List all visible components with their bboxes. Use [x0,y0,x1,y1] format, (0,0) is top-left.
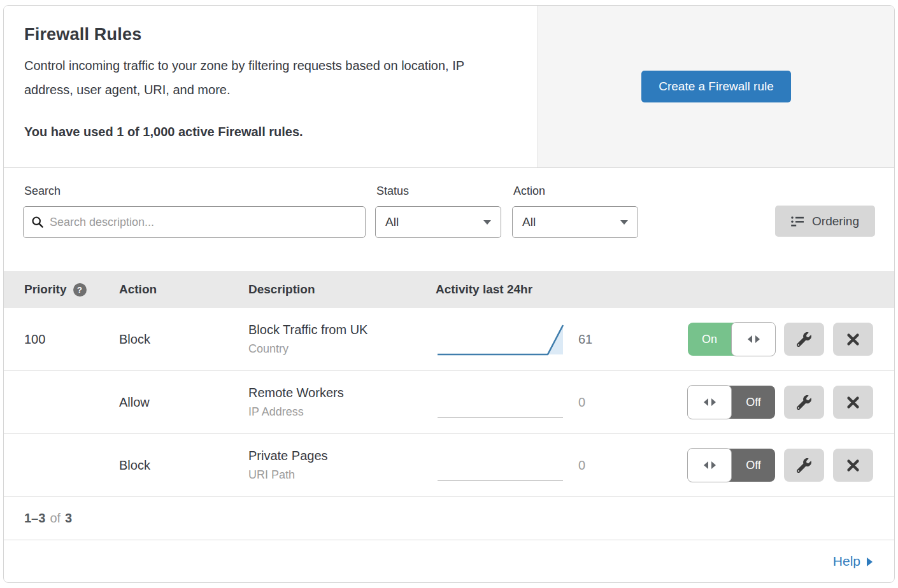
edit-rule-button[interactable] [784,386,824,419]
status-select[interactable]: All [375,206,501,238]
rule-description: Private Pages [248,449,436,463]
action-label: Action [513,185,638,198]
column-action: Action [119,283,157,296]
column-activity: Activity last 24hr [436,283,532,297]
drag-handle-icon[interactable] [731,322,776,356]
delete-rule-button[interactable] [833,323,873,356]
status-select-value: All [385,215,399,229]
search-label: Search [24,185,366,198]
activity-count: 0 [578,458,585,472]
wrench-icon [797,458,811,473]
rule-priority: 100 [24,332,45,347]
toggle-state-label: On [688,323,731,356]
table-row: Allow Remote Workers IP Address 0 Off [4,371,894,434]
toggle-state-label: Off [732,386,775,419]
delete-rule-button[interactable] [833,386,873,419]
rule-type: IP Address [248,405,436,419]
wrench-icon [797,395,811,410]
help-link-label: Help [833,554,860,569]
toggle-state-label: Off [732,449,775,482]
status-label: Status [376,185,501,198]
table-header: Priority ? Action Description Activity l… [4,271,894,308]
delete-rule-button[interactable] [833,449,873,482]
rule-action: Allow [119,395,150,409]
pagination-bar: 1–3 of 3 [4,497,894,540]
drag-handle-icon[interactable] [687,385,732,419]
pagination-of: of [50,511,61,526]
ordering-button[interactable]: Ordering [775,206,875,237]
firewall-rules-card: Firewall Rules Control incoming traffic … [3,5,895,583]
search-input[interactable] [50,216,357,229]
rule-description: Remote Workers [248,386,436,400]
activity-sparkline [436,447,569,484]
action-select[interactable]: All [512,206,638,238]
rule-description: Block Traffic from UK [248,323,436,337]
chevron-down-icon [620,220,628,225]
question-mark-icon[interactable]: ? [73,283,87,297]
activity-sparkline [436,384,569,421]
ordering-button-label: Ordering [812,214,859,228]
rule-enabled-toggle[interactable]: On [688,323,775,356]
help-link[interactable]: Help [833,554,873,569]
rule-enabled-toggle[interactable]: Off [688,449,775,482]
search-icon [31,216,44,228]
column-description: Description [248,283,315,296]
action-select-value: All [522,215,536,229]
drag-handle-icon[interactable] [687,448,732,482]
x-icon [846,459,860,472]
pagination-range: 1–3 [24,511,45,526]
usage-note: You have used 1 of 1,000 active Firewall… [24,125,517,139]
header-text-panel: Firewall Rules Control incoming traffic … [4,6,538,167]
activity-sparkline [436,321,569,358]
filter-bar: Search Status All Action All [4,168,894,271]
search-box[interactable] [23,206,366,238]
status-field: Status All [375,185,501,238]
page-header: Firewall Rules Control incoming traffic … [4,6,894,168]
help-bar: Help [4,540,894,582]
x-icon [846,333,860,346]
action-field: Action All [512,185,638,238]
rule-action: Block [119,332,150,346]
ordered-list-icon [791,216,804,227]
table-row: 100 Block Block Traffic from UK Country … [4,308,894,371]
edit-rule-button[interactable] [784,323,824,356]
rule-type: Country [248,342,436,356]
page-description: Control incoming traffic to your zone by… [24,53,511,102]
pagination-total: 3 [65,511,72,526]
activity-count: 0 [578,395,585,409]
rule-type: URI Path [248,468,436,482]
wrench-icon [797,332,811,347]
x-icon [846,396,860,409]
rule-action: Block [119,458,150,472]
arrow-right-icon [867,557,873,566]
table-row: Block Private Pages URI Path 0 Off [4,434,894,497]
activity-count: 61 [578,332,592,346]
rule-enabled-toggle[interactable]: Off [688,386,775,419]
page-title: Firewall Rules [24,25,517,45]
edit-rule-button[interactable] [784,449,824,482]
header-action-panel: Create a Firewall rule [538,6,894,167]
chevron-down-icon [483,220,491,225]
create-firewall-rule-button[interactable]: Create a Firewall rule [641,71,791,102]
column-priority: Priority [24,283,67,297]
search-field: Search [23,185,366,238]
